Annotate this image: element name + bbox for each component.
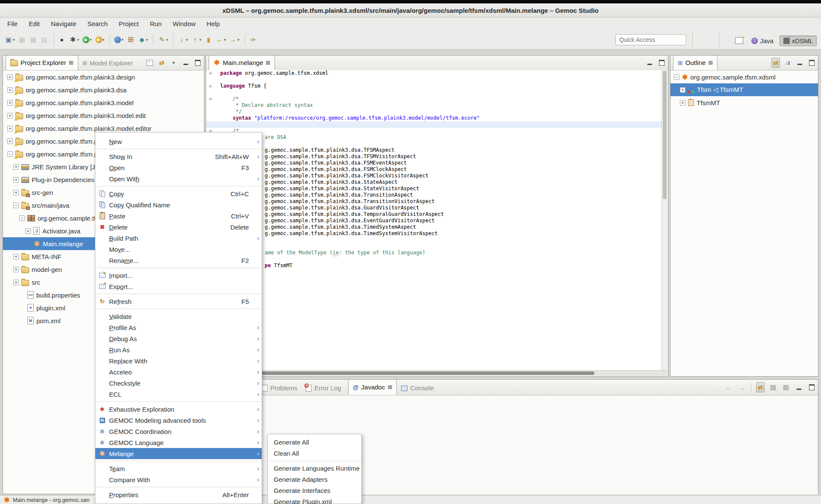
tab-main-melange[interactable]: Main.melange ⊠	[209, 55, 275, 70]
editor-vertical-scrollbar[interactable]	[662, 70, 667, 370]
maximize-button[interactable]	[658, 59, 665, 67]
menuitem-import[interactable]: Import...	[95, 270, 262, 281]
expander-icon[interactable]	[7, 139, 13, 144]
menuitem-delete[interactable]: ✖DeleteDelete	[95, 221, 262, 233]
back-button[interactable]: ←▾	[215, 33, 227, 46]
menuitem-move[interactable]: Move...	[95, 244, 262, 255]
open-perspective-button[interactable]	[734, 34, 744, 47]
menuitem-validate[interactable]: Validate	[95, 311, 262, 322]
menuitem-gemoc-modeling-tools[interactable]: MGEMOC Modeling advanced tools›	[95, 415, 262, 426]
debug-button[interactable]: ✱▾	[68, 33, 81, 46]
expander-icon[interactable]	[13, 164, 19, 170]
sort-button[interactable]: ↓z	[784, 59, 791, 67]
repository-button[interactable]: ◆▾	[137, 33, 150, 46]
menuitem-ecl[interactable]: ECL›	[95, 389, 262, 400]
menuitem-debug-as[interactable]: Debug As›	[95, 333, 262, 344]
forward-javadoc-button[interactable]: →	[738, 383, 746, 391]
expander-icon[interactable]	[680, 100, 685, 106]
tree-item-model[interactable]: org.gemoc.sample.tfsm.plaink3.model	[3, 96, 204, 109]
expander-icon[interactable]	[13, 177, 19, 183]
menu-edit[interactable]: Edit	[23, 18, 45, 30]
menuitem-properties[interactable]: PropertiesAlt+Enter	[95, 489, 262, 500]
close-icon[interactable]: ⊠	[69, 59, 74, 66]
back-javadoc-button[interactable]: ←	[725, 383, 733, 391]
minimize-button[interactable]	[182, 59, 189, 67]
quick-access-input[interactable]	[615, 34, 686, 45]
menuitem-compare-with[interactable]: Compare With›	[95, 474, 262, 485]
close-icon[interactable]: ⊠	[266, 59, 270, 66]
menu-navigate[interactable]: Navigate	[45, 18, 82, 30]
tab-error-log[interactable]: Error Log	[301, 381, 346, 395]
save-all-button[interactable]: ▦	[28, 33, 38, 46]
maximize-button[interactable]	[808, 59, 815, 67]
menuitem-run-as[interactable]: Run As›	[95, 344, 262, 355]
external-tools-button[interactable]: ▶▾	[94, 33, 106, 46]
submenuitem-generate-plugin-xml[interactable]: Generate Plugin.xml	[268, 496, 361, 504]
debug-engine-button[interactable]: ●	[57, 33, 67, 46]
menuitem-refresh[interactable]: ↻RefreshF5	[95, 296, 262, 307]
perspective-java-button[interactable]: J Java	[748, 36, 777, 46]
menu-file[interactable]: File	[2, 18, 23, 30]
menuitem-replace-with[interactable]: Replace With›	[95, 355, 262, 366]
menu-search[interactable]: Search	[82, 18, 113, 30]
link-with-editor-button[interactable]: ⇄	[772, 59, 780, 67]
tab-problems[interactable]: Problems	[257, 381, 301, 395]
collapse-all-button[interactable]	[146, 59, 154, 67]
expander-icon[interactable]	[7, 126, 13, 131]
scrollbar-thumb[interactable]	[663, 71, 667, 199]
menuitem-build-path[interactable]: Build Path›	[95, 233, 262, 244]
menu-project[interactable]: Project	[113, 18, 145, 30]
menu-run[interactable]: Run	[144, 18, 167, 30]
tab-project-explorer[interactable]: Project Explorer ⊠	[6, 55, 78, 70]
expander-icon[interactable]	[7, 151, 13, 157]
submenuitem-generate-interfaces[interactable]: Generate Interfaces	[268, 485, 361, 496]
tree-item-design[interactable]: org.gemoc.sample.tfsm.plaink3.design	[3, 71, 204, 83]
menuitem-copy[interactable]: CopyCtrl+C	[95, 188, 262, 199]
minimize-button[interactable]	[796, 59, 803, 67]
tree-item-model-edit[interactable]: org.gemoc.sample.tfsm.plaink3.model.edit	[3, 109, 204, 122]
outline-item-package[interactable]: ✱org.gemoc.sample.tfsm.xdsml	[670, 71, 818, 83]
menuitem-open-with[interactable]: Open With›	[95, 173, 262, 184]
new-project-button[interactable]: ●▾	[113, 33, 125, 46]
menuitem-new[interactable]: New›	[95, 136, 262, 147]
expander-icon[interactable]	[13, 190, 19, 195]
open-input-button[interactable]: ▨	[769, 383, 777, 391]
save-button[interactable]: ▦	[17, 33, 27, 46]
menuitem-rename[interactable]: Rename...F2	[95, 255, 262, 266]
tab-javadoc[interactable]: @ Javadoc ⊠	[348, 379, 397, 395]
prev-annotation-button[interactable]: ↑▾	[190, 33, 203, 46]
code-editor[interactable]: package org.gemoc.sample.tfsm.xdsml lang…	[207, 70, 667, 370]
expander-icon[interactable]	[13, 267, 19, 272]
menuitem-team[interactable]: Team›	[95, 463, 262, 474]
menu-help[interactable]: Help	[201, 18, 225, 30]
expander-icon[interactable]	[13, 254, 19, 259]
menuitem-gemoc-coordination[interactable]: ✻GEMOC Coordination›	[95, 426, 262, 437]
outline-item-modeltype[interactable]: TfsmMT	[670, 96, 818, 109]
new-wizard-button[interactable]: ▣▾	[3, 33, 16, 46]
fold-icon[interactable]	[209, 83, 212, 89]
expander-icon[interactable]	[680, 87, 685, 93]
submenuitem-generate-all[interactable]: Generate All	[268, 437, 361, 448]
menuitem-acceleo[interactable]: Acceleo›	[95, 366, 262, 377]
expander-icon[interactable]	[25, 228, 31, 234]
submenuitem-clean-all[interactable]: Clean All	[268, 448, 361, 459]
expander-icon[interactable]	[7, 87, 13, 93]
minimize-button[interactable]	[795, 383, 803, 391]
submenuitem-generate-languages-runtime[interactable]: Generate Languages Runtime	[268, 463, 361, 474]
expander-icon[interactable]	[19, 215, 25, 221]
menu-window[interactable]: Window	[167, 18, 201, 30]
perspective-xdsml-button[interactable]: xDSML	[780, 35, 817, 46]
minimize-button[interactable]	[646, 59, 653, 67]
tab-model-explorer[interactable]: ⊞ Model Explorer	[78, 56, 137, 70]
expander-icon[interactable]	[7, 74, 13, 80]
maximize-button[interactable]	[808, 383, 815, 391]
menuitem-export[interactable]: Export...	[95, 281, 262, 292]
next-annotation-button[interactable]: ↓▾	[177, 33, 189, 46]
title-bar[interactable]: xDSML – org.gemoc.sample.tfsm.plaink3.xd…	[0, 3, 821, 18]
fold-icon[interactable]	[209, 70, 212, 77]
menuitem-gemoc-language[interactable]: ✻GEMOC Language›	[95, 437, 262, 448]
tab-outline[interactable]: ⊞ Outline ⊠	[673, 55, 718, 70]
maximize-button[interactable]	[194, 59, 201, 67]
highlight-button[interactable]: ✑	[248, 33, 258, 46]
new-package-button[interactable]: ⊞	[126, 33, 136, 46]
